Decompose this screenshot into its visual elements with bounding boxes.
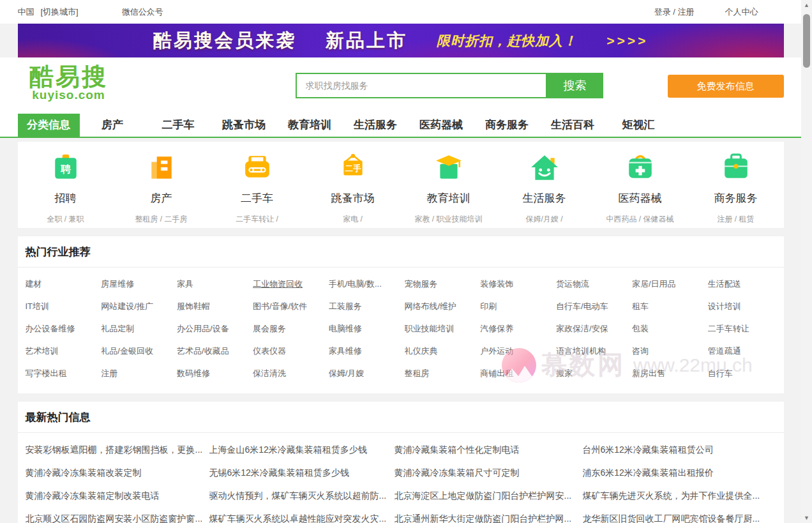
industry-link[interactable]: 家政保洁/安保 (556, 317, 632, 340)
category-item[interactable]: 二手车二手车转让 / (209, 153, 305, 228)
category-item[interactable]: 教育培训家教 / 职业技能培训 (401, 153, 497, 228)
industry-link[interactable]: 商铺出租 (480, 362, 556, 384)
scroll-up-icon[interactable]: ▲ (801, 0, 812, 10)
news-link[interactable]: 无锡6米12米冷藏集装箱租赁多少钱 (209, 461, 395, 484)
news-link[interactable]: 龙华新区旧货回收工厂网吧宾馆设备餐厅厨... (583, 507, 784, 523)
industry-link[interactable]: 服饰鞋帽 (177, 295, 253, 317)
nav-tab[interactable]: 生活百科 (540, 114, 606, 137)
nav-tab[interactable]: 教育培训 (277, 114, 343, 137)
nav-tab[interactable]: 医药器械 (409, 114, 474, 137)
industry-link[interactable]: 办公用品/设备 (177, 317, 253, 340)
category-item[interactable]: 医药器械中西药品 / 保健器械 (592, 153, 688, 228)
industry-link[interactable]: 语言培训机构 (556, 340, 632, 362)
category-sub-links[interactable]: 二手车转让 / (209, 214, 305, 225)
industry-link[interactable]: 自行车 (708, 362, 784, 384)
scrollbar-thumb[interactable] (803, 14, 810, 68)
industry-link[interactable]: 家具维修 (329, 340, 405, 362)
category-sub-links[interactable]: 注册 / 租赁 (688, 214, 784, 225)
industry-link[interactable]: 展会服务 (253, 317, 329, 340)
industry-link[interactable]: 家具 (177, 273, 253, 295)
industry-link[interactable]: 管道疏通 (708, 340, 784, 362)
industry-link[interactable]: 咨询 (632, 340, 708, 362)
category-sub-links[interactable]: 家电 / (305, 214, 401, 225)
industry-link[interactable]: 宠物服务 (405, 273, 481, 295)
news-link[interactable]: 北京通州新华大街定做防盗门阳台护栏护网... (395, 507, 583, 523)
category-sub-links[interactable]: 整租房 / 二手房 (114, 214, 209, 225)
industry-link[interactable]: 保洁清洗 (253, 362, 329, 384)
category-sub-links[interactable]: 全职 / 兼职 (18, 214, 114, 225)
industry-link[interactable]: 网络布线/维护 (405, 295, 481, 317)
scroll-down-icon[interactable]: ▼ (801, 513, 812, 523)
category-sub-links[interactable]: 家教 / 职业技能培训 (401, 214, 497, 225)
industry-link[interactable]: 印刷 (480, 295, 556, 317)
industry-link[interactable]: 礼品/金银回收 (101, 340, 177, 362)
nav-tab[interactable]: 生活服务 (343, 114, 409, 137)
news-link[interactable]: 浦东6米12米冷藏集装箱出租报价 (583, 461, 784, 484)
industry-link[interactable]: 职业技能培训 (405, 317, 481, 340)
news-link[interactable]: 煤矿车辆先进灭火系统，为井下作业提供全... (583, 484, 784, 507)
category-item[interactable]: 生活服务保姆/月嫂 / (497, 153, 592, 228)
news-link[interactable]: 安装彩钢板遮阳棚，搭建彩钢围挡板，更换... (26, 438, 209, 461)
industry-link[interactable]: IT培训 (26, 295, 102, 317)
nav-tab[interactable]: 分类信息 (18, 114, 80, 137)
industry-link[interactable]: 礼仪庆典 (405, 340, 481, 362)
login-register-link[interactable]: 登录 / 注册 (654, 6, 695, 18)
industry-link[interactable]: 包装 (632, 317, 708, 340)
industry-link[interactable]: 艺术培训 (26, 340, 102, 362)
news-link[interactable]: 北京顺义区石园防盗网安装小区防盗窗护窗... (26, 507, 209, 523)
industry-link[interactable]: 数码维修 (177, 362, 253, 384)
industry-link[interactable]: 自行车/电动车 (556, 295, 632, 317)
search-input[interactable] (296, 73, 547, 98)
industry-link[interactable]: 设计培训 (708, 295, 784, 317)
news-link[interactable]: 黄浦冷藏冷冻集装箱定制改装电话 (26, 484, 209, 507)
nav-tab[interactable]: 跳蚤市场 (211, 114, 277, 137)
category-item[interactable]: 二手跳蚤市场家电 / (305, 153, 401, 228)
news-link[interactable]: 驱动火情预判，煤矿车辆灭火系统以超前防... (209, 484, 395, 507)
industry-link[interactable]: 注册 (101, 362, 177, 384)
industry-link[interactable]: 货运物流 (556, 273, 632, 295)
industry-link[interactable]: 新房出售 (632, 362, 708, 384)
industry-link[interactable]: 礼品定制 (101, 317, 177, 340)
industry-link[interactable]: 图书/音像/软件 (253, 295, 329, 317)
nav-tab[interactable]: 矩视汇 (606, 114, 672, 137)
industry-link[interactable]: 写字楼出租 (26, 362, 102, 384)
category-item[interactable]: 商务服务注册 / 租赁 (688, 153, 784, 228)
news-link[interactable]: 黄浦冷藏冷冻集装箱改装定制 (26, 461, 209, 484)
category-sub-links[interactable]: 中西药品 / 保健器械 (592, 214, 688, 225)
promo-banner[interactable]: 酷易搜会员来袭 新品上市 限时折扣，赶快加入！ >>>> (18, 24, 784, 57)
news-link[interactable]: 黄浦冷藏集装箱个性化定制电话 (395, 438, 583, 461)
nav-tab[interactable]: 商务服务 (474, 114, 540, 137)
nav-tab[interactable]: 二手车 (146, 114, 211, 137)
industry-link[interactable]: 装修装饰 (480, 273, 556, 295)
nav-tab[interactable]: 房产 (80, 114, 146, 137)
industry-link[interactable]: 工业物资回收 (253, 273, 329, 295)
user-center-link[interactable]: 个人中心 (725, 6, 758, 18)
site-logo[interactable]: 酷易搜 kuyiso.com (18, 64, 120, 101)
industry-link[interactable]: 办公设备维修 (26, 317, 102, 340)
industry-link[interactable]: 艺术品/收藏品 (177, 340, 253, 362)
industry-link[interactable]: 二手车转让 (708, 317, 784, 340)
industry-link[interactable]: 家居/日用品 (632, 273, 708, 295)
industry-link[interactable]: 搬家 (556, 362, 632, 384)
industry-link[interactable]: 仪表仪器 (253, 340, 329, 362)
category-sub-links[interactable]: 保姆/月嫂 / (497, 214, 592, 225)
industry-link[interactable]: 租车 (632, 295, 708, 317)
industry-link[interactable]: 手机/电脑/数... (329, 273, 405, 295)
industry-link[interactable]: 保姆/月嫂 (329, 362, 405, 384)
news-link[interactable]: 上海金山6米12米冷藏集装箱租赁多少钱 (209, 438, 395, 461)
news-link[interactable]: 煤矿车辆灭火系统以卓越性能应对突发火灾... (209, 507, 395, 523)
category-item[interactable]: 房产整租房 / 二手房 (114, 153, 209, 228)
industry-link[interactable]: 建材 (26, 273, 102, 295)
industry-link[interactable]: 网站建设/推广 (101, 295, 177, 317)
wechat-link[interactable]: 微信公众号 (122, 6, 163, 18)
search-button[interactable]: 搜索 (547, 73, 603, 98)
industry-link[interactable]: 工装服务 (329, 295, 405, 317)
category-item[interactable]: 聘招聘全职 / 兼职 (18, 153, 114, 228)
industry-link[interactable]: 房屋维修 (101, 273, 177, 295)
news-link[interactable]: 台州6米12米冷藏集装箱租赁公司 (583, 438, 784, 461)
industry-link[interactable]: 生活配送 (708, 273, 784, 295)
industry-link[interactable]: 整租房 (405, 362, 481, 384)
industry-link[interactable]: 汽修保养 (480, 317, 556, 340)
news-link[interactable]: 黄浦冷藏冷冻集装箱尺寸可定制 (395, 461, 583, 484)
switch-city-link[interactable]: [切换城市] (41, 6, 79, 18)
